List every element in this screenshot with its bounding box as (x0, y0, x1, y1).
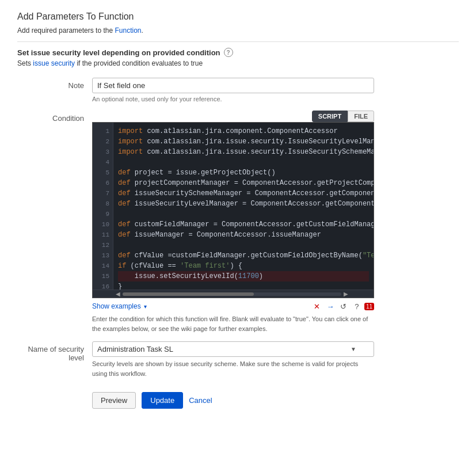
page-subtitle: Add required parameters to the Function. (17, 26, 459, 42)
function-title: Set issue security level depending on pr… (17, 48, 459, 57)
condition-tabs: SCRIPT FILE (92, 111, 374, 122)
condition-row: Condition SCRIPT FILE 1234 5678 9101112 … (17, 111, 459, 333)
arrow-btn[interactable]: → (325, 300, 336, 312)
function-link[interactable]: Function (115, 26, 141, 35)
tab-script[interactable]: SCRIPT (312, 111, 348, 122)
condition-label: Condition (17, 111, 92, 333)
code-editor-wrapper: 1234 5678 9101112 1314 15 16 import com.… (92, 122, 374, 298)
security-level-hint: Security levels are shown by issue secur… (92, 359, 374, 378)
condition-field: SCRIPT FILE 1234 5678 9101112 1314 15 16 (92, 111, 459, 333)
security-select-wrapper: Administration Task SL ▼ (92, 341, 374, 357)
show-examples-link[interactable]: Show examples ▾ (92, 302, 147, 310)
security-level-row: Name of security level Administration Ta… (17, 341, 459, 378)
security-level-label: Name of security level (17, 341, 92, 378)
update-button[interactable]: Update (142, 392, 183, 409)
code-editor[interactable]: 1234 5678 9101112 1314 15 16 import com.… (93, 123, 374, 290)
condition-hint: Enter the condition for which this funct… (92, 314, 374, 333)
scroll-left-arrow[interactable]: ◀ (113, 291, 123, 297)
undo-btn[interactable]: ↺ (338, 300, 349, 312)
line-numbers: 1234 5678 9101112 1314 15 16 (93, 123, 113, 290)
preview-button[interactable]: Preview (92, 392, 136, 409)
form-actions: Preview Update Cancel (17, 392, 459, 409)
error-counter: 11 (364, 303, 374, 310)
horizontal-scrollbar[interactable]: ◀ ▶ (93, 290, 374, 298)
chevron-down-icon: ▾ (144, 303, 147, 310)
function-description: Sets issue security if the provided cond… (17, 59, 459, 67)
note-label: Note (17, 78, 92, 102)
help-btn[interactable]: ? (351, 300, 363, 312)
tab-file[interactable]: FILE (348, 111, 374, 122)
note-field: An optional note, used only for your ref… (92, 78, 459, 102)
note-hint: An optional note, used only for your ref… (92, 96, 459, 102)
security-level-value: Administration Task SL (97, 345, 173, 353)
editor-toolbar: Show examples ▾ ✕ → ↺ ? 11 (92, 300, 374, 312)
cancel-button[interactable]: Cancel (189, 393, 212, 408)
note-input[interactable] (92, 78, 374, 93)
scrollbar-track[interactable] (123, 292, 341, 296)
issue-security-link[interactable]: issue security (33, 59, 75, 67)
code-content: import com.atlassian.jira.component.Comp… (113, 123, 374, 290)
toolbar-icons: ✕ → ↺ ? 11 (311, 300, 374, 312)
error-btn[interactable]: ✕ (311, 300, 323, 312)
scroll-right-arrow[interactable]: ▶ (341, 291, 351, 297)
security-level-select[interactable]: Administration Task SL ▼ (92, 341, 374, 357)
dropdown-arrow-icon: ▼ (351, 346, 356, 352)
page-title: Add Parameters To Function (17, 12, 459, 22)
note-row: Note An optional note, used only for you… (17, 78, 459, 102)
scrollbar-thumb[interactable] (123, 292, 254, 296)
security-level-field: Administration Task SL ▼ Security levels… (92, 341, 459, 378)
help-icon[interactable]: ? (224, 48, 233, 57)
